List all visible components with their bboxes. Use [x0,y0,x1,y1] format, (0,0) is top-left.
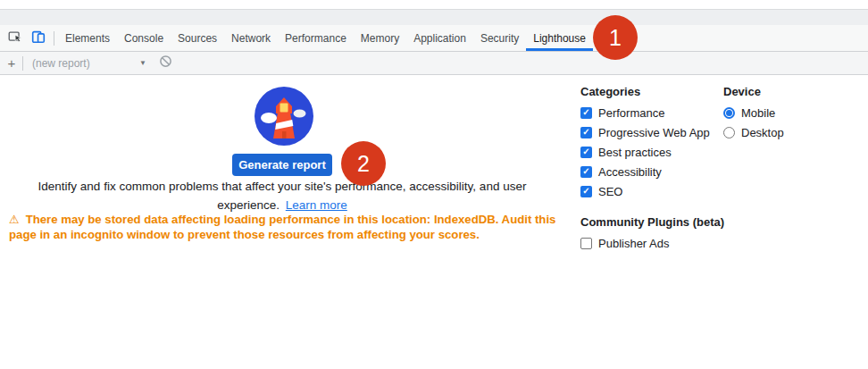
warning-message: ⚠There may be stored data affecting load… [9,212,570,242]
checkbox-unchecked-icon: ✓ [580,238,592,249]
community-plugins-header: Community Plugins (beta) [580,215,724,229]
description-text: Identify and fix common problems that af… [38,180,527,212]
checkbox-accessibility[interactable]: ✓ Accessibility [580,165,710,178]
lighthouse-toolbar: + (new report) ▼ [0,52,868,75]
clear-reports-button[interactable] [159,55,172,71]
checkbox-checked-icon: ✓ [580,127,592,138]
device-toolbar-icon [30,29,46,48]
tab-lighthouse[interactable]: Lighthouse [526,25,593,51]
warning-icon: ⚠ [9,213,20,226]
learn-more-link[interactable]: Learn more [286,198,347,212]
toolbar2-separator [22,56,23,71]
new-report-button[interactable]: + [4,55,19,71]
toolbar-separator [54,31,54,46]
tab-network[interactable]: Network [224,25,278,51]
checkbox-checked-icon: ✓ [580,147,592,158]
checkbox-checked-icon: ✓ [580,107,592,119]
warning-text: There may be stored data affecting loadi… [9,213,555,241]
plus-icon: + [8,55,16,71]
block-icon [159,55,172,71]
tab-memory[interactable]: Memory [354,25,406,51]
categories-header: Categories [580,85,710,98]
radio-unselected-icon [723,127,735,138]
checkbox-publisher-ads[interactable]: ✓ Publisher Ads [580,237,724,249]
inspect-element-button[interactable] [4,25,27,51]
tab-performance[interactable]: Performance [278,25,354,51]
tab-sources[interactable]: Sources [171,25,224,51]
checkbox-seo[interactable]: ✓ SEO [580,185,710,197]
community-plugins-section: Community Plugins (beta) ✓ Publisher Ads [580,215,724,256]
tab-elements[interactable]: Elements [58,25,117,51]
devtools-lighthouse-panel: Elements Console Sources Network Perform… [0,0,868,369]
checkbox-checked-icon: ✓ [580,166,592,178]
radio-desktop[interactable]: Desktop [723,126,784,138]
tab-security[interactable]: Security [473,25,526,51]
device-toolbar-button[interactable] [27,25,50,51]
radio-selected-icon [723,107,735,119]
chevron-down-icon: ▼ [139,59,146,67]
categories-section: Categories ✓ Performance ✓ Progressive W… [580,85,710,205]
lighthouse-logo-icon [255,87,313,146]
panel-description: Identify and fix common problems that af… [11,177,554,214]
report-selector-dropdown[interactable]: (new report) ▼ [32,57,146,70]
top-strip [0,9,868,25]
device-section: Device Mobile Desktop [723,85,784,146]
tab-console[interactable]: Console [117,25,171,51]
annotation-badge-1: 1 [593,15,638,60]
generate-report-button[interactable]: Generate report [232,154,332,176]
checkbox-progressive-web-app[interactable]: ✓ Progressive Web App [580,126,710,138]
checkbox-best-practices[interactable]: ✓ Best practices [580,146,710,158]
device-header: Device [723,85,784,98]
radio-mobile[interactable]: Mobile [723,106,784,119]
annotation-badge-2: 2 [341,141,386,186]
tab-application[interactable]: Application [406,25,473,51]
checkbox-checked-icon: ✓ [580,186,592,197]
checkbox-performance[interactable]: ✓ Performance [580,106,710,119]
report-selector-label: (new report) [32,57,90,70]
inspect-icon [7,29,23,48]
devtools-tabbar: Elements Console Sources Network Perform… [0,25,868,52]
